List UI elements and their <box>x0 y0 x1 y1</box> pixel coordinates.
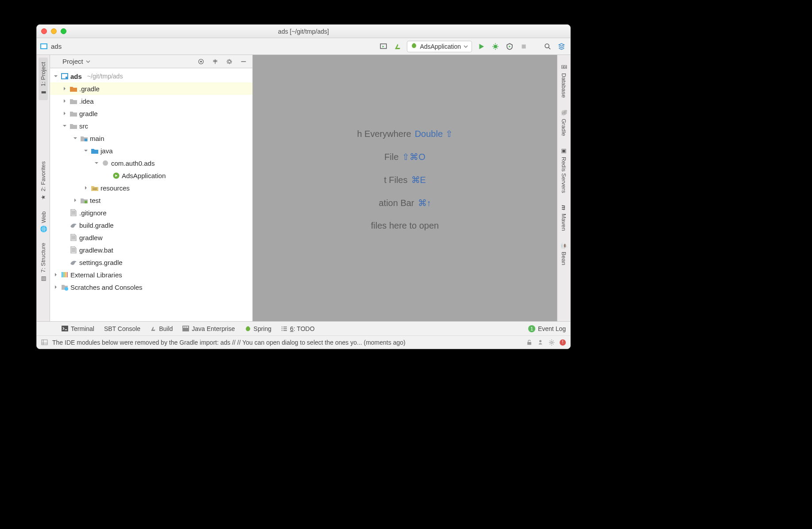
settings-sync-icon[interactable] <box>548 339 555 346</box>
tree-file-gradlew[interactable]: gradlew <box>50 231 252 244</box>
tool-tab-bean[interactable]: ☕ Bean <box>561 238 568 269</box>
tree-folder-main[interactable]: main <box>50 132 252 144</box>
tree-folder-java[interactable]: java <box>50 144 252 157</box>
tree-path: ~/git/tmp/ads <box>87 73 123 80</box>
collapse-all-icon[interactable] <box>210 56 220 67</box>
tree-file-build-gradle[interactable]: build.gradle <box>50 219 252 231</box>
breadcrumb-project: ads <box>51 43 62 50</box>
tree-label: build.gradle <box>79 222 114 229</box>
tool-tab-structure[interactable]: ▤ 7: Structure <box>40 238 46 286</box>
chevron-down-icon[interactable] <box>86 59 90 64</box>
tab-terminal[interactable]: Terminal <box>62 325 94 332</box>
tool-tab-redis[interactable]: ▣ Redis Servers <box>561 143 567 198</box>
source-root-icon <box>91 147 99 155</box>
tab-mnemonic: 6 <box>290 325 294 332</box>
status-message[interactable]: The IDE modules below were removed by th… <box>52 339 406 346</box>
package-icon <box>101 159 109 167</box>
tool-tab-web[interactable]: 🌐 Web <box>40 207 47 237</box>
maven-icon: m <box>561 205 567 210</box>
project-tool-header: Project <box>50 55 252 68</box>
tree-label: resources <box>101 184 130 192</box>
svg-rect-24 <box>187 327 189 328</box>
tool-tab-database[interactable]: 🗄 Database <box>561 59 567 102</box>
svg-rect-20 <box>62 326 68 331</box>
tab-sbt-console[interactable]: SBT Console <box>104 325 140 332</box>
tree-root[interactable]: ads ~/git/tmp/ads <box>50 70 252 82</box>
svg-point-5 <box>201 61 202 62</box>
tree-external-libraries[interactable]: External Libraries <box>50 268 252 281</box>
tool-windows-icon[interactable] <box>41 339 48 345</box>
tab-event-log[interactable]: 1 Event Log <box>528 325 566 332</box>
svg-rect-18 <box>67 272 68 277</box>
tree-folder-src[interactable]: src <box>50 120 252 132</box>
tab-label: Terminal <box>71 325 94 332</box>
redis-icon: ▣ <box>561 148 567 153</box>
tool-tab-label: Bean <box>561 252 567 265</box>
tool-tab-label: Maven <box>561 214 567 231</box>
run-config-label: AdsApplication <box>420 43 461 50</box>
tree-label: gradlew <box>79 234 103 241</box>
tree-file-gitignore[interactable]: .gitignore <box>50 206 252 219</box>
tree-folder-idea[interactable]: .idea <box>50 95 252 107</box>
svg-rect-2 <box>522 44 526 48</box>
stop-button[interactable] <box>519 42 529 51</box>
tool-tab-label: Redis Servers <box>561 157 567 193</box>
tree-folder-gradle-dot[interactable]: .gradle <box>50 82 252 95</box>
tab-label: Java Enterprise <box>192 325 235 332</box>
inspector-icon[interactable] <box>537 339 544 346</box>
tab-java-enterprise[interactable]: Java Enterprise <box>182 325 235 332</box>
spring-leaf-icon <box>411 43 417 50</box>
svg-rect-23 <box>185 327 186 328</box>
gear-icon[interactable] <box>224 56 235 67</box>
gradle-icon <box>70 258 77 266</box>
tree-label: java <box>101 147 113 155</box>
tree-label: .idea <box>79 97 94 105</box>
status-bar: The IDE modules below were removed by th… <box>37 335 570 349</box>
tree-folder-test[interactable]: test <box>50 194 252 206</box>
svg-rect-13 <box>93 189 97 190</box>
project-tree[interactable]: ads ~/git/tmp/ads .gradle .idea <box>50 68 252 321</box>
tool-tab-favorites[interactable]: ★ 2: Favorites <box>40 157 46 205</box>
svg-point-26 <box>539 340 541 342</box>
tree-class-adsapplication[interactable]: AdsApplication <box>50 169 252 182</box>
gradle-icon <box>70 221 77 229</box>
hint-search-everywhere: h EverywhereDouble ⇧ <box>357 128 452 139</box>
breadcrumb[interactable]: ads <box>40 43 62 50</box>
tool-tab-maven[interactable]: m Maven <box>561 200 567 235</box>
tool-tab-gradle[interactable]: 🐘 Gradle <box>561 105 568 140</box>
run-with-coverage-button[interactable] <box>505 42 514 51</box>
hide-icon[interactable] <box>238 56 249 67</box>
run-dashboard-icon[interactable] <box>379 42 388 51</box>
folder-icon: ▮ <box>40 91 46 94</box>
file-icon <box>70 209 77 217</box>
search-icon[interactable] <box>543 42 553 51</box>
error-indicator-icon[interactable]: ! <box>560 339 566 346</box>
tree-label: External Libraries <box>70 271 122 279</box>
left-tool-gutter: ▮ 1: Project ★ 2: Favorites 🌐 Web ▤ 7: S… <box>37 55 50 321</box>
tree-label: Scratches and Consoles <box>70 284 143 291</box>
debug-button[interactable] <box>491 42 500 51</box>
tree-scratches[interactable]: Scratches and Consoles <box>50 281 252 293</box>
locate-icon[interactable] <box>196 56 206 67</box>
tool-tab-project[interactable]: ▮ 1: Project <box>39 58 48 100</box>
resources-folder-icon <box>91 184 99 192</box>
tab-todo[interactable]: 6: TODO <box>281 325 315 332</box>
tree-label: main <box>90 135 104 142</box>
run-button[interactable] <box>476 42 486 51</box>
unlock-icon[interactable] <box>526 339 533 346</box>
tab-spring[interactable]: Spring <box>245 325 271 332</box>
tool-tab-label: 7: Structure <box>40 243 46 272</box>
tree-folder-gradle[interactable]: gradle <box>50 107 252 120</box>
build-icon[interactable] <box>393 42 402 51</box>
svg-point-1 <box>494 45 497 48</box>
tab-build[interactable]: Build <box>150 325 173 332</box>
window-title: ads [~/git/tmp/ads] <box>37 28 570 35</box>
tree-label: settings.gradle <box>79 259 123 266</box>
tree-file-gradlew-bat[interactable]: gradlew.bat <box>50 244 252 256</box>
tree-file-settings-gradle[interactable]: settings.gradle <box>50 256 252 268</box>
tree-folder-resources[interactable]: resources <box>50 182 252 194</box>
svg-rect-9 <box>85 139 87 141</box>
run-config-selector[interactable]: AdsApplication <box>407 41 472 52</box>
project-structure-icon[interactable] <box>557 42 567 51</box>
tree-package[interactable]: com.auth0.ads <box>50 157 252 169</box>
